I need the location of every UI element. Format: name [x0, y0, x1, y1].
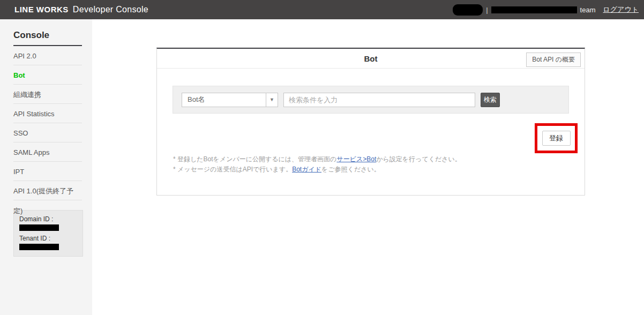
- bot-api-overview-button[interactable]: Bot API の概要: [526, 52, 581, 67]
- search-filter-value: Bot名: [182, 95, 266, 104]
- sidebar-item-org-link[interactable]: 組織連携: [13, 85, 82, 104]
- sidebar: Console API 2.0 Bot 組織連携 API Statistics …: [0, 19, 92, 315]
- footnote-api: * メッセージの送受信はAPIで行います。Botガイドをご参照ください。: [173, 164, 461, 175]
- sidebar-item-api-statistics[interactable]: API Statistics: [13, 104, 82, 123]
- topbar: LINE WORKS Developer Console | team ログアウ…: [0, 0, 644, 19]
- sidebar-menu: API 2.0 Bot 組織連携 API Statistics SSO SAML…: [13, 46, 82, 200]
- service-bot-link[interactable]: サービス>Bot: [336, 155, 376, 163]
- footnote-api-suffix: をご参照ください。: [321, 166, 380, 173]
- footnote-publish-suffix: から設定を行ってください。: [376, 155, 461, 163]
- redacted-tenant-id: [19, 244, 59, 250]
- brand: LINE WORKS Developer Console: [14, 5, 148, 14]
- page-title: Bot: [364, 54, 378, 63]
- sidebar-item-api-1-0[interactable]: API 1.0(提供終了予定): [13, 181, 82, 200]
- search-input[interactable]: [283, 93, 475, 107]
- account-domain-suffix: team: [580, 6, 596, 14]
- bot-panel: Bot Bot API の概要 Bot名 ▼ 検索 登録 * 登録したBotをメ…: [156, 48, 585, 196]
- redacted-account-name: [453, 4, 483, 16]
- sidebar-item-bot[interactable]: Bot: [13, 65, 82, 85]
- bot-guide-link[interactable]: Botガイド: [292, 166, 321, 173]
- register-button[interactable]: 登録: [542, 131, 571, 146]
- redacted-domain-id: [19, 224, 59, 231]
- footnote-publish: * 登録したBotをメンバーに公開するには、管理者画面のサービス>Botから設定…: [173, 154, 461, 164]
- brand-logo: LINE WORKS: [14, 5, 69, 14]
- sidebar-item-saml-apps[interactable]: SAML Apps: [13, 142, 82, 162]
- domain-info-box: Domain ID : Tenant ID :: [13, 210, 83, 257]
- footnote-publish-prefix: * 登録したBotをメンバーに公開するには、管理者画面の: [173, 155, 336, 163]
- sidebar-title: Console: [13, 30, 82, 46]
- footnotes: * 登録したBotをメンバーに公開するには、管理者画面のサービス>Botから設定…: [173, 154, 461, 175]
- footnote-api-prefix: * メッセージの送受信はAPIで行います。: [173, 166, 292, 173]
- domain-id-label: Domain ID :: [19, 215, 77, 223]
- search-button[interactable]: 検索: [481, 93, 500, 107]
- logout-link[interactable]: ログアウト: [603, 5, 639, 14]
- chevron-down-icon[interactable]: ▼: [266, 93, 278, 107]
- account-separator: |: [486, 6, 488, 14]
- tenant-id-label: Tenant ID :: [19, 235, 77, 242]
- redacted-account-email: [491, 6, 577, 13]
- sidebar-item-ipt[interactable]: IPT: [13, 162, 82, 181]
- sidebar-item-sso[interactable]: SSO: [13, 123, 82, 142]
- sidebar-item-api-2-0[interactable]: API 2.0: [13, 46, 82, 65]
- panel-header: Bot Bot API の概要: [157, 49, 585, 69]
- red-highlight-annotation: 登録: [535, 123, 578, 153]
- brand-subtitle: Developer Console: [73, 5, 148, 14]
- search-filter-dropdown[interactable]: Bot名 ▼: [182, 93, 278, 107]
- search-bar: Bot名 ▼ 検索: [173, 86, 569, 114]
- account-area: | team ログアウト: [453, 4, 639, 16]
